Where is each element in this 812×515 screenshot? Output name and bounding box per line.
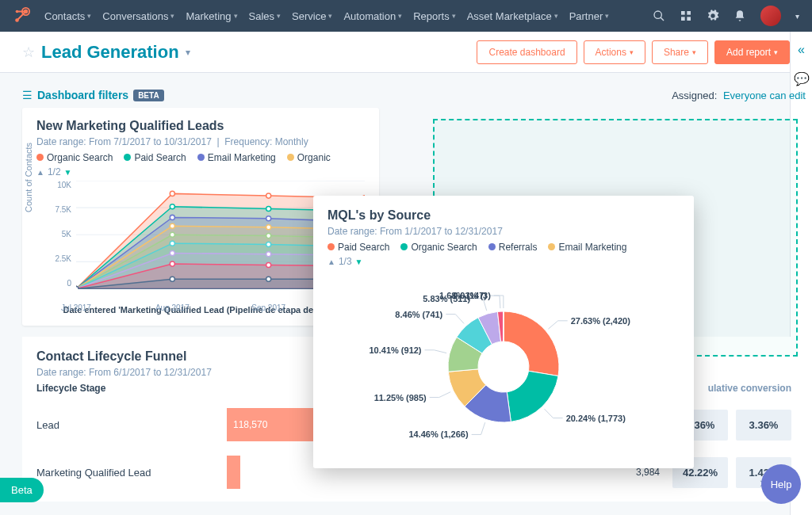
svg-text:8.46% (741): 8.46% (741) bbox=[395, 310, 442, 319]
svg-rect-7 bbox=[681, 17, 685, 21]
card1-sub: Date range: From 7/1/2017 to 10/31/2017 … bbox=[36, 136, 365, 147]
card1-legend: Organic Search Paid Search Email Marketi… bbox=[36, 152, 365, 163]
filters-icon[interactable]: ☰ bbox=[22, 89, 33, 101]
svg-point-48 bbox=[266, 277, 271, 281]
donut-chart: 27.63% (2,420)20.24% (1,773)14.46% (1,26… bbox=[329, 272, 678, 454]
svg-point-46 bbox=[76, 286, 79, 288]
nav-right: ▾ bbox=[653, 6, 799, 26]
svg-point-31 bbox=[170, 232, 174, 237]
page-title: Lead Generation bbox=[41, 42, 179, 63]
card1-title: New Marketing Qualified Leads bbox=[36, 119, 365, 133]
floater-legend: Paid Search Organic Search Referrals Ema… bbox=[327, 242, 680, 253]
funnel-cumulative: 3.36% bbox=[736, 410, 791, 441]
svg-point-44 bbox=[266, 262, 271, 267]
svg-point-28 bbox=[266, 225, 271, 230]
svg-rect-8 bbox=[687, 17, 691, 21]
svg-point-39 bbox=[170, 250, 174, 255]
create-dashboard-button[interactable]: Create dashboard bbox=[477, 40, 576, 64]
nav-reports[interactable]: Reports▾ bbox=[410, 10, 459, 22]
card-mqls-by-source[interactable]: MQL's by Source Date range: From 1/1/201… bbox=[313, 196, 694, 468]
svg-point-24 bbox=[266, 216, 271, 221]
svg-text:20.24% (1,773): 20.24% (1,773) bbox=[566, 414, 626, 423]
svg-point-4 bbox=[654, 11, 661, 18]
hubspot-logo-icon bbox=[13, 7, 30, 25]
nav-items: Contacts▾ Conversations▾ Marketing▾ Sale… bbox=[41, 10, 653, 22]
nav-sales[interactable]: Sales▾ bbox=[246, 10, 285, 22]
top-nav: Contacts▾ Conversations▾ Marketing▾ Sale… bbox=[0, 0, 812, 32]
svg-point-47 bbox=[170, 277, 174, 281]
svg-point-43 bbox=[170, 261, 174, 266]
svg-point-27 bbox=[170, 223, 174, 228]
nav-asset-marketplace[interactable]: Asset Marketplace▾ bbox=[464, 10, 561, 22]
gear-icon[interactable] bbox=[707, 10, 719, 22]
floater-sub: Date range: From 1/1/2017 to 12/31/2017 bbox=[327, 226, 680, 237]
search-icon[interactable] bbox=[653, 10, 665, 22]
svg-point-20 bbox=[266, 206, 271, 211]
beta-badge: BETA bbox=[133, 90, 163, 101]
svg-text:10.41% (912): 10.41% (912) bbox=[369, 345, 421, 355]
funnel-bar bbox=[227, 456, 240, 489]
svg-point-23 bbox=[170, 215, 174, 219]
filters-label[interactable]: Dashboard filters bbox=[37, 89, 128, 101]
add-report-button[interactable]: Add report▾ bbox=[714, 40, 790, 64]
bell-icon[interactable] bbox=[733, 10, 746, 22]
favorite-star-icon[interactable]: ☆ bbox=[22, 44, 35, 61]
card1-ylabel: Count of Contacts bbox=[24, 142, 33, 212]
svg-point-15 bbox=[170, 191, 174, 196]
svg-point-16 bbox=[266, 193, 271, 198]
nav-service[interactable]: Service▾ bbox=[289, 10, 335, 22]
nav-partner[interactable]: Partner▾ bbox=[566, 10, 613, 22]
floater-title: MQL's by Source bbox=[327, 208, 680, 223]
nav-contacts[interactable]: Contacts▾ bbox=[41, 10, 94, 22]
share-button[interactable]: Share▾ bbox=[652, 40, 708, 64]
svg-text:0.03% (3): 0.03% (3) bbox=[453, 291, 491, 300]
svg-text:11.25% (985): 11.25% (985) bbox=[374, 393, 427, 402]
nav-marketing[interactable]: Marketing▾ bbox=[182, 10, 240, 22]
actions-button[interactable]: Actions▾ bbox=[584, 40, 645, 64]
marketplace-icon[interactable] bbox=[680, 10, 692, 22]
filters-row: ☰ Dashboard filters BETA Assigned: Every… bbox=[22, 73, 806, 108]
svg-point-40 bbox=[266, 252, 271, 257]
svg-rect-5 bbox=[681, 11, 685, 15]
assigned-block: Assigned: Everyone can edit bbox=[672, 90, 806, 101]
svg-text:14.46% (1,266): 14.46% (1,266) bbox=[408, 429, 469, 439]
help-button[interactable]: Help bbox=[761, 464, 801, 504]
floater-pager[interactable]: ▲1/3▼ bbox=[327, 256, 680, 267]
funnel-value: 3,984 bbox=[636, 467, 660, 478]
beta-pill[interactable]: Beta bbox=[0, 478, 44, 502]
svg-rect-6 bbox=[687, 11, 691, 15]
collapse-rail-icon[interactable]: « bbox=[798, 43, 805, 57]
assigned-label: Assigned: bbox=[672, 90, 717, 101]
funnel-stage-label: Lead bbox=[36, 419, 227, 431]
title-caret-icon[interactable]: ▾ bbox=[186, 47, 190, 58]
dashboard-header: ☆ Lead Generation ▾ Create dashboard Act… bbox=[0, 32, 812, 73]
account-caret-icon[interactable]: ▾ bbox=[795, 12, 799, 21]
nav-automation[interactable]: Automation▾ bbox=[340, 10, 405, 22]
card1-pager[interactable]: ▲1/2▼ bbox=[36, 166, 365, 177]
svg-point-19 bbox=[170, 204, 174, 209]
assigned-value-link[interactable]: Everyone can edit bbox=[723, 90, 806, 101]
svg-point-36 bbox=[266, 242, 271, 247]
svg-text:27.63% (2,420): 27.63% (2,420) bbox=[571, 316, 631, 326]
avatar[interactable] bbox=[760, 6, 781, 26]
funnel-stage-label: Marketing Qualified Lead bbox=[36, 467, 227, 479]
main-content: ☰ Dashboard filters BETA Assigned: Every… bbox=[0, 73, 812, 515]
svg-point-32 bbox=[266, 234, 271, 238]
nav-conversations[interactable]: Conversations▾ bbox=[99, 10, 178, 22]
svg-point-35 bbox=[170, 241, 174, 246]
